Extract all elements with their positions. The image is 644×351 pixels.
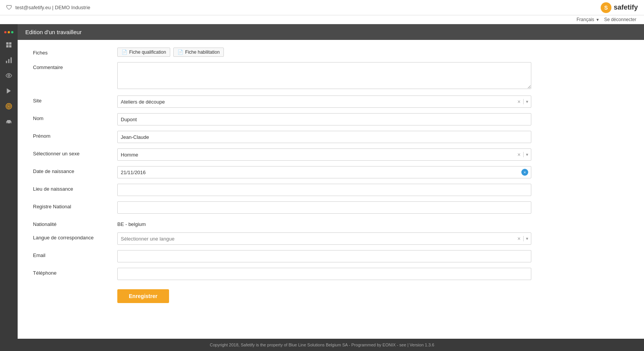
page-title-bar: Edition d'un travailleur — [18, 24, 644, 40]
dob-control: × — [117, 166, 531, 178]
nom-row: Nom — [33, 113, 629, 125]
sidebar-item-eye[interactable] — [2, 69, 16, 82]
chevron-down-icon: ▼ — [596, 18, 600, 22]
sidebar-item-play[interactable] — [2, 84, 16, 98]
fiche-qualification-button[interactable]: 📄 Fiche qualification — [117, 48, 170, 57]
langue-label: Langue de correspondance — [33, 232, 117, 241]
svg-rect-5 — [8, 59, 10, 63]
langue-row: Langue de correspondance × ▾ — [33, 232, 629, 245]
lieu-label: Lieu de naissance — [33, 184, 117, 192]
fiches-row: Fiches 📄 Fiche qualification 📄 Fiche hab… — [33, 48, 629, 57]
site-arrow-icon[interactable]: ▾ — [523, 99, 528, 104]
svg-point-10 — [7, 105, 11, 108]
sexe-select-wrap: × ▾ — [117, 148, 531, 161]
email-row: Email — [33, 250, 629, 262]
prenom-row: Prénom — [33, 131, 629, 143]
user-info: test@safetify.eu | DEMO Industrie — [15, 5, 90, 10]
site-control: × ▾ — [117, 96, 531, 108]
site-select-wrap: × ▾ — [117, 96, 531, 108]
language-selector[interactable]: Français ▼ — [577, 17, 600, 22]
prenom-input[interactable] — [117, 131, 531, 143]
dot-green — [11, 31, 13, 33]
svg-rect-4 — [6, 61, 7, 63]
site-row: Site × ▾ — [33, 96, 629, 108]
email-control — [117, 250, 531, 262]
registre-input[interactable] — [117, 201, 531, 214]
save-row: Enregistrer — [33, 285, 629, 303]
shield-icon: 🛡 — [6, 4, 12, 11]
sidebar-item-building[interactable] — [2, 38, 16, 52]
telephone-label: Téléphone — [33, 268, 117, 276]
file-icon: 📄 — [122, 49, 127, 55]
top-bar-right: S safetify — [601, 2, 638, 13]
sexe-clear-icon[interactable]: × — [518, 152, 521, 158]
dot-red — [4, 31, 7, 33]
prenom-control — [117, 131, 531, 143]
telephone-row: Téléphone — [33, 268, 629, 280]
layout: Edition d'un travailleur Fiches 📄 Fiche … — [0, 24, 644, 339]
sexe-control: × ▾ — [117, 148, 531, 161]
nationalite-control: BE - belgium — [117, 219, 531, 227]
nationalite-value: BE - belgium — [117, 219, 531, 227]
langue-control: × ▾ — [117, 232, 531, 245]
fiche-qualification-label: Fiche qualification — [129, 49, 166, 55]
sexe-arrow-icon[interactable]: ▾ — [523, 152, 528, 157]
dob-row: Date de naissance × — [33, 166, 629, 178]
svg-rect-0 — [6, 42, 8, 44]
commentaire-row: Commentaire — [33, 62, 629, 90]
dob-label: Date de naissance — [33, 166, 117, 174]
site-label: Site — [33, 96, 117, 104]
telephone-control — [117, 268, 531, 280]
language-label: Français — [577, 17, 594, 22]
svg-marker-8 — [7, 88, 11, 94]
page-title: Edition d'un travailleur — [25, 29, 82, 35]
registre-control — [117, 201, 531, 214]
nom-label: Nom — [33, 113, 117, 121]
footer: Copyright 2018, Safetify is the property… — [0, 339, 644, 351]
sexe-input[interactable] — [117, 148, 531, 161]
lieu-row: Lieu de naissance — [33, 184, 629, 196]
email-input[interactable] — [117, 250, 531, 262]
logo-icon: S — [601, 2, 611, 13]
langue-select-wrap: × ▾ — [117, 232, 531, 245]
langue-clear-icon[interactable]: × — [518, 236, 521, 242]
main-content: Fiches 📄 Fiche qualification 📄 Fiche hab… — [18, 40, 644, 339]
langue-input[interactable] — [117, 232, 531, 245]
fiche-habilitation-button[interactable]: 📄 Fiche habilitation — [173, 48, 224, 57]
registre-label: Registre National — [33, 201, 117, 209]
sidebar-item-car[interactable] — [2, 115, 16, 129]
sexe-label: Sélectionner un sexe — [33, 148, 117, 157]
svg-point-11 — [8, 106, 10, 107]
brand-name: safetify — [614, 3, 638, 12]
sidebar-item-chart[interactable] — [2, 53, 16, 67]
commentaire-input[interactable] — [117, 62, 531, 89]
lieu-control — [117, 184, 531, 196]
svg-point-7 — [8, 75, 10, 77]
lieu-input[interactable] — [117, 184, 531, 196]
save-label-spacer — [33, 285, 117, 288]
telephone-input[interactable] — [117, 268, 531, 280]
top-bar: 🛡 test@safetify.eu | DEMO Industrie S sa… — [0, 0, 644, 15]
nom-input[interactable] — [117, 113, 531, 125]
registre-row: Registre National — [33, 201, 629, 214]
sexe-row: Sélectionner un sexe × ▾ — [33, 148, 629, 161]
svg-rect-6 — [11, 58, 12, 63]
email-label: Email — [33, 250, 117, 258]
logout-link[interactable]: Se déconnecter — [604, 17, 636, 22]
svg-rect-1 — [9, 42, 12, 44]
langue-arrow-icon[interactable]: ▾ — [523, 236, 528, 241]
dob-wrap: × — [117, 166, 531, 178]
commentaire-label: Commentaire — [33, 62, 117, 70]
svg-rect-2 — [6, 45, 8, 48]
save-button[interactable]: Enregistrer — [117, 289, 169, 303]
svg-rect-3 — [9, 45, 12, 48]
top-bar-user: 🛡 test@safetify.eu | DEMO Industrie — [6, 4, 90, 11]
sidebar-item-target[interactable] — [2, 99, 16, 113]
window-controls — [4, 28, 13, 36]
dob-input[interactable] — [117, 166, 531, 178]
dot-yellow — [8, 31, 10, 33]
site-clear-icon[interactable]: × — [518, 99, 521, 105]
dob-clear-button[interactable]: × — [521, 169, 528, 176]
site-input[interactable] — [117, 96, 531, 108]
prenom-label: Prénom — [33, 131, 117, 139]
